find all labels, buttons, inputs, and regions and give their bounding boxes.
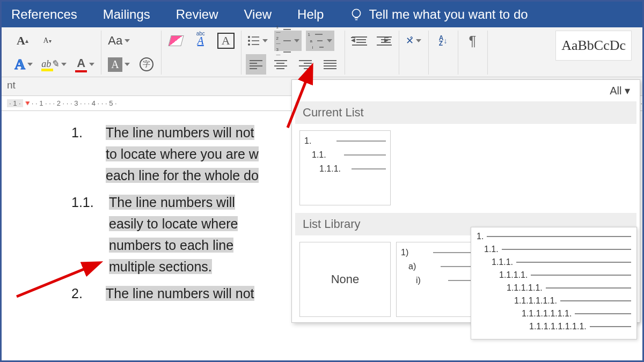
increase-indent-button[interactable]: ▶ (374, 31, 394, 51)
asian-layout-button[interactable]: ✕̂ (404, 31, 424, 51)
list-filter-all[interactable]: All ▾ (610, 84, 630, 97)
char-border-button[interactable]: A (215, 31, 237, 51)
align-left-button[interactable] (246, 54, 266, 75)
doc-text[interactable]: numbers to each line (109, 238, 233, 253)
multilevel-list-button[interactable]: 1ai (306, 31, 334, 51)
svg-point-0 (353, 9, 361, 17)
list-number: 1. (71, 122, 106, 186)
doc-text[interactable]: The line numbers will (109, 195, 235, 210)
doc-text[interactable]: The line numbers will not (106, 125, 254, 140)
change-case-button[interactable]: Aa (106, 31, 132, 51)
show-marks-button[interactable]: ¶ (463, 31, 483, 51)
ruler-negative: · 1 · (7, 99, 23, 107)
ruler-positive: · · 1 · · · 2 · · · 3 · · · 4 · · · 5 · (32, 99, 117, 107)
bullets-button[interactable] (246, 31, 270, 51)
menu-help[interactable]: Help (297, 7, 324, 22)
doc-text[interactable]: to locate where you are w (106, 146, 259, 161)
sort-button[interactable]: AZ↓ (433, 31, 453, 51)
shrink-font-button[interactable]: A▾ (37, 31, 57, 51)
list-style-preview-deep[interactable]: 1. 1.1. 1.1.1. 1.1.1.1. 1.1.1.1.1. 1.1.1… (471, 227, 637, 339)
numbering-button[interactable]: 1—2—3— (274, 31, 302, 51)
ribbon: A▴ A▾ A ab✎ A Aa A 字 abcA A 1—2—3— 1ai (2, 27, 642, 77)
tell-me-label: Tell me what you want to do (369, 7, 528, 22)
menu-bar: References Mailings Review View Help Tel… (2, 2, 642, 27)
doc-text[interactable]: The line numbers will not (106, 286, 254, 301)
font-color-button[interactable]: A (73, 54, 97, 75)
highlight-button[interactable]: ab✎ (39, 54, 69, 75)
text-effects-button[interactable]: A (12, 54, 35, 75)
menu-references[interactable]: References (11, 7, 77, 22)
annotation-arrow-icon (12, 259, 104, 304)
svg-line-1 (288, 68, 311, 128)
font-group-label: nt (7, 79, 16, 91)
menu-mailings[interactable]: Mailings (103, 7, 150, 22)
lightbulb-icon (349, 8, 363, 21)
grow-font-button[interactable]: A▴ (12, 31, 33, 51)
doc-text[interactable]: multiple sections. (109, 259, 212, 274)
menu-view[interactable]: View (244, 7, 272, 22)
annotation-arrow-icon (283, 63, 321, 135)
list-style-none[interactable]: None (299, 242, 391, 317)
tell-me[interactable]: Tell me what you want to do (349, 7, 528, 22)
svg-line-2 (17, 263, 98, 297)
phonetic-guide-button[interactable]: abcA (191, 31, 211, 51)
style-normal[interactable]: AaBbCcDc (555, 31, 632, 61)
shading-button[interactable]: A (106, 54, 131, 75)
current-list-header: Current List (295, 101, 636, 124)
enclose-chars-button[interactable]: 字 (136, 54, 157, 75)
doc-text[interactable]: easily to locate where (109, 216, 238, 231)
list-style-current[interactable]: 1. 1.1. 1.1.1. (299, 130, 391, 205)
decrease-indent-button[interactable]: ◀ (349, 31, 370, 51)
menu-review[interactable]: Review (176, 7, 218, 22)
doc-text[interactable]: each line for the whole do (106, 168, 259, 183)
clear-formatting-icon[interactable] (166, 31, 186, 51)
justify-button[interactable] (320, 54, 340, 75)
